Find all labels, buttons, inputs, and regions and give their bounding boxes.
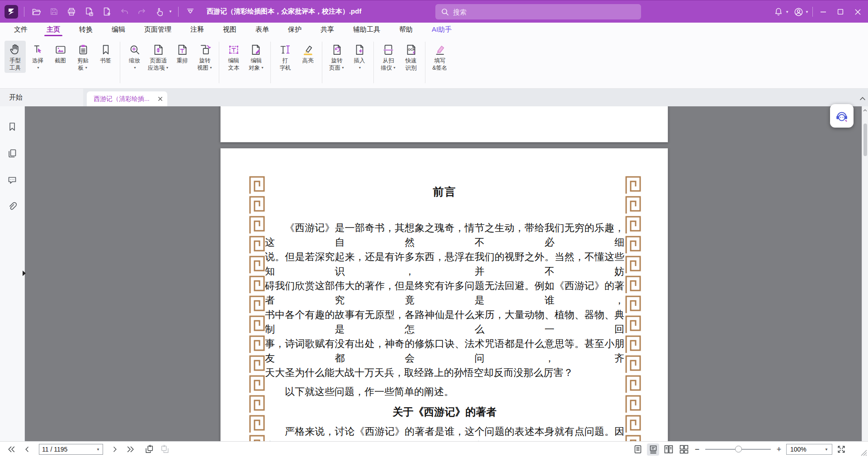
zoom-out-button[interactable]: − xyxy=(693,445,701,454)
menu-item[interactable]: 辅助工具 xyxy=(344,23,390,37)
edit-object-icon xyxy=(250,43,263,57)
insert-page-tool-button[interactable]: 插入▼ xyxy=(349,41,370,73)
menu-item[interactable]: AI助手 xyxy=(422,23,461,37)
resize-grip[interactable] xyxy=(861,450,867,456)
navigation-panel-rail xyxy=(0,106,25,441)
tab-start[interactable]: 开始 xyxy=(0,89,83,106)
facing-view-button[interactable] xyxy=(662,443,675,456)
save-button[interactable] xyxy=(48,6,60,18)
print-button[interactable] xyxy=(66,6,77,18)
minimize-button[interactable] xyxy=(816,5,830,19)
hand-mode-caret-icon[interactable]: ▼ xyxy=(169,10,172,14)
tool-label: 打 xyxy=(283,57,288,64)
fill-sign-tool-button[interactable]: 填写&签名 xyxy=(429,41,450,73)
flag-button[interactable] xyxy=(184,6,196,18)
screenshot-tool-button[interactable]: 截图 xyxy=(50,41,71,66)
zoom-in-button[interactable]: + xyxy=(775,445,783,454)
select-tool-button[interactable]: 选择▼ xyxy=(27,41,48,73)
rotate-page-icon xyxy=(330,43,344,57)
bookmark-tool-button[interactable]: 书签 xyxy=(95,41,116,66)
menu-item[interactable]: 页面管理 xyxy=(135,23,181,37)
scan-tool-button[interactable]: 从扫描仪▼ xyxy=(377,41,399,73)
menu-item[interactable]: 表单 xyxy=(246,23,278,37)
account-caret-icon[interactable]: ▼ xyxy=(805,10,809,14)
menu-item[interactable]: 注释 xyxy=(181,23,213,37)
notifications-button[interactable] xyxy=(773,6,784,18)
last-page-button[interactable] xyxy=(125,443,137,455)
document-text-line: 《西游记》是一部奇书，其想象之瑰奇，情节之生动，带给我们无穷的乐趣，这自然不必细 xyxy=(265,221,624,250)
ocr-tool-button[interactable]: OCR快速识别 xyxy=(400,41,421,73)
zoom-level-caret-icon[interactable]: ▼ xyxy=(825,447,828,452)
statusbar: ▼ xyxy=(0,441,868,457)
first-page-button[interactable] xyxy=(5,443,17,455)
document-text-line: 说。但是若深究起来，还是有许多东西，悬浮在我们的视野之外。当然，不懂这些知识，并… xyxy=(265,250,624,279)
menu-item[interactable]: 主页 xyxy=(37,23,70,37)
zoom-slider[interactable] xyxy=(705,445,771,453)
previous-page-button[interactable] xyxy=(21,443,33,455)
zoom-tool-tool-button[interactable]: 缩放▼ xyxy=(124,41,145,73)
ai-assistant-button[interactable] xyxy=(830,104,854,128)
page-number-field[interactable]: ▼ xyxy=(39,444,103,455)
redo-button[interactable] xyxy=(136,6,148,18)
sidebar-expand-button[interactable] xyxy=(23,271,26,276)
menu-item[interactable]: 视图 xyxy=(213,23,246,37)
page-number-input[interactable] xyxy=(42,446,96,453)
pages-panel-button[interactable] xyxy=(7,148,17,160)
account-button[interactable] xyxy=(793,6,804,18)
facing-continuous-view-button[interactable] xyxy=(678,443,690,456)
paragraph: 严格来说，讨论《西游记》的著者是谁，这个问题的表述本身就有点问题。因为古代通俗小… xyxy=(265,424,624,441)
fullscreen-button[interactable] xyxy=(835,443,847,455)
zoom-level-select[interactable]: 100% ▼ xyxy=(786,444,832,455)
edit-object-tool-button[interactable]: 编辑对象▼ xyxy=(245,41,267,73)
scrollbar-thumb[interactable] xyxy=(863,124,867,156)
typewriter-tool-button[interactable]: 打字机 xyxy=(274,41,296,73)
close-tab-icon[interactable] xyxy=(157,96,163,102)
hand-mode-button[interactable] xyxy=(154,6,165,18)
menu-item[interactable]: 转换 xyxy=(70,23,102,37)
next-page-button[interactable] xyxy=(109,443,121,455)
clipboard-tool-button[interactable]: 剪贴板▼ xyxy=(72,41,94,73)
attachments-panel-button[interactable] xyxy=(7,202,17,214)
menu-item[interactable]: 文件 xyxy=(5,23,37,37)
reflow-tool-button[interactable]: 重排 xyxy=(171,41,193,66)
undo-button[interactable] xyxy=(118,6,130,18)
zoom-slider-thumb[interactable] xyxy=(735,446,742,452)
edit-text-tool-button[interactable]: 编辑文本 xyxy=(223,41,244,73)
continuous-view-button[interactable] xyxy=(647,443,659,456)
flag-icon xyxy=(185,7,195,17)
hand-tool-tool-button[interactable]: 手型工具 xyxy=(5,41,26,73)
next-view-button[interactable] xyxy=(159,443,171,455)
single-page-icon xyxy=(633,444,643,454)
tool-label: 缩放 xyxy=(129,57,140,64)
scrollbar-up-arrow[interactable] xyxy=(862,107,868,114)
close-button[interactable] xyxy=(851,5,864,19)
single-page-view-button[interactable] xyxy=(632,443,644,456)
fill-sign-icon xyxy=(433,43,447,57)
search-input[interactable] xyxy=(453,8,636,16)
menu-item[interactable]: 共享 xyxy=(311,23,344,37)
maximize-button[interactable] xyxy=(834,5,847,19)
zoom-tool-icon xyxy=(128,43,142,57)
previous-view-button[interactable] xyxy=(143,443,155,455)
page-fit-tool-button[interactable]: 页面适应选项▼ xyxy=(146,41,170,73)
scroll-up-button[interactable] xyxy=(859,95,866,103)
menu-item[interactable]: 保护 xyxy=(278,23,311,37)
vertical-scrollbar[interactable] xyxy=(862,106,868,441)
notifications-caret-icon[interactable]: ▼ xyxy=(785,10,789,14)
add-page-button[interactable] xyxy=(101,6,113,18)
add-page-icon xyxy=(102,7,112,17)
document-text-line: 严格来说，讨论《西游记》的著者是谁，这个问题的表述本身就有点问题。因为古代通俗小 xyxy=(265,424,624,441)
export-page-button[interactable] xyxy=(83,6,95,18)
page-number-caret-icon[interactable]: ▼ xyxy=(96,447,100,452)
menu-item[interactable]: 编辑 xyxy=(102,23,135,37)
open-file-button[interactable] xyxy=(30,6,42,18)
comments-panel-button[interactable] xyxy=(7,175,17,187)
search-box[interactable] xyxy=(435,4,641,19)
toolbar-separator xyxy=(322,42,322,83)
bookmarks-panel-button[interactable] xyxy=(7,122,17,133)
tab-document[interactable]: 西游记（清彩绘插... xyxy=(87,91,167,106)
rotate-view-tool-button[interactable]: 旋转视图▼ xyxy=(194,41,215,73)
rotate-page-tool-button[interactable]: 旋转页面▼ xyxy=(326,41,347,73)
highlight-tool-button[interactable]: 高亮 xyxy=(297,41,318,66)
menu-item[interactable]: 帮助 xyxy=(390,23,422,37)
